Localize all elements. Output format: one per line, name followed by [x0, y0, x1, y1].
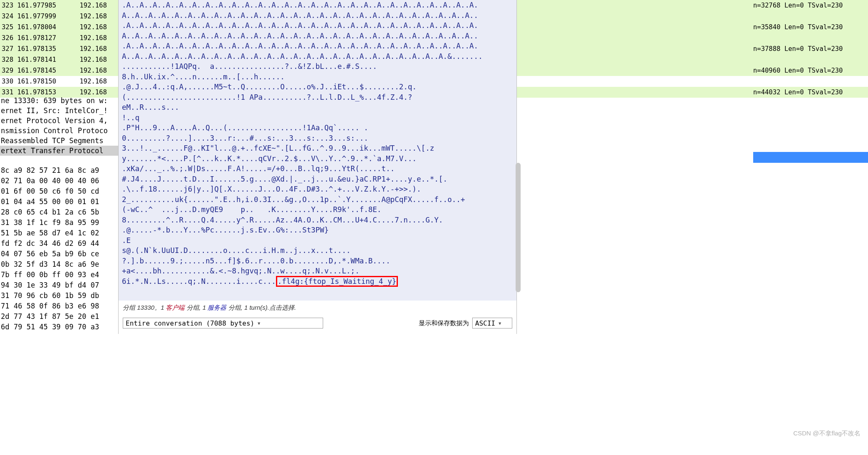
packet-info-right[interactable] — [753, 54, 868, 65]
hex-row[interactable]: 31 38 1f 1c f9 8a 95 99 — [0, 217, 99, 228]
frame-detail-line[interactable]: ernet II, Src: IntelCor_! — [0, 106, 125, 116]
hex-row[interactable]: 2d 77 43 1f 87 5e 20 e1 — [0, 311, 99, 322]
stream-line: .A..A..A..A..A..A..A..A..A..A..A..A..A..… — [122, 20, 512, 31]
hex-row[interactable]: 31 70 96 cb 60 1b 59 db — [0, 291, 99, 301]
hex-row[interactable]: 8c a9 82 57 21 6a 8c a9 — [0, 165, 99, 176]
hex-row[interactable]: 6d 79 51 45 39 09 70 a3 — [0, 322, 99, 332]
stream-line: .A..A..A..A..A..A..A..A..A..A..A..A..A..… — [122, 41, 512, 51]
stream-line: (.........................!1 APa........… — [122, 92, 512, 103]
bottom-controls: Entire conversation (7088 bytes) ▼ 显示和保存… — [119, 315, 516, 331]
frame-detail-line-selected[interactable]: ertext Transfer Protocol — [0, 146, 125, 156]
stream-line: .@.J...4..:q.A,......M5~t..Q........O...… — [122, 82, 512, 92]
stream-content[interactable]: .A..A..A..A..A..A..A..A..A..A..A..A..A..… — [119, 0, 516, 301]
stream-line: A..A..A..A..A..A..A..A..A..A..A..A..A..A… — [122, 51, 512, 62]
stream-line: ...........!1AQPq. a................?..&… — [122, 61, 512, 72]
chevron-down-icon: ▼ — [499, 321, 501, 326]
hex-row[interactable]: 02 71 0a 00 40 00 40 06 — [0, 176, 99, 186]
chevron-down-icon: ▼ — [258, 321, 260, 326]
scrollbar-thumb[interactable] — [516, 163, 521, 292]
watermark: CSDN @不拿flag不改名 — [793, 430, 860, 437]
stream-line: A..A..A..A..A..A..A..A..A..A..A..A..A..A… — [122, 10, 512, 21]
encoding-label: 显示和保存数据为 — [419, 319, 469, 327]
hex-row[interactable]: 94 30 1e 33 49 bf d4 07 — [0, 280, 99, 291]
frame-detail-line[interactable]: nsmission Control Protoco — [0, 126, 125, 136]
packet-info-right[interactable]: n=44032 Len=0 TSval=230 — [753, 87, 868, 98]
hex-row[interactable]: 01 6f 00 50 c6 f0 50 cd — [0, 186, 99, 197]
client-count: 客户端 — [166, 304, 185, 311]
stream-line: 3...!.._......F@..KI"l...@.+..fcXE~".[L.… — [122, 143, 512, 154]
packet-info-right[interactable] — [753, 33, 868, 43]
packet-info-right[interactable]: n=40960 Len=0 TSval=230 — [753, 65, 868, 76]
hex-row[interactable]: 51 5b ae 58 d7 e4 1c 02 — [0, 228, 99, 238]
stream-line: .A..A..A..A..A..A..A..A..A..A..A..A..A..… — [122, 0, 512, 10]
stream-line: .\..f.18......j6|y..]Q[.X......J...O..4F… — [122, 184, 512, 195]
stream-line-flag: 6i.*.N..Ls.....q;.N.......i....c....fl4g… — [122, 276, 512, 287]
frame-detail-line[interactable]: ne 13330: 639 bytes on w: — [0, 96, 125, 106]
stream-line: eM..R....s... — [122, 102, 512, 113]
hex-row[interactable]: 28 c0 65 c4 b1 2a c6 5b — [0, 207, 99, 217]
frame-details-panel: ne 13330: 639 bytes on w: ernet II, Src:… — [0, 96, 125, 156]
packet-info-right[interactable] — [753, 76, 868, 87]
stream-line: #.J4....J.....t.D...I......5.g....@Xd.|.… — [122, 174, 512, 185]
packet-info-right[interactable]: n=37888 Len=0 TSval=230 — [753, 43, 868, 54]
packet-info-right[interactable]: n=35840 Len=0 TSval=230 — [753, 22, 868, 33]
packet-info-right[interactable]: n=32768 Len=0 TSval=230 — [753, 0, 868, 11]
hex-row[interactable]: 0b 32 5f d3 14 8c a6 9e — [0, 259, 99, 270]
selected-row-indicator — [753, 152, 868, 163]
stream-line: 8.........^..R....Q.4.....y^.R.....Az..4… — [122, 215, 512, 225]
frame-detail-line[interactable]: ernet Protocol Version 4, — [0, 116, 125, 126]
stream-line: .E — [122, 235, 512, 246]
stream-line: 2_..........uk{......".E..h,i.0.3I...&g.… — [122, 195, 512, 205]
stream-footer: 分组 13330。1 客户端 分组, 1 服务器 分组, 1 turn(s).点… — [119, 301, 516, 315]
hex-row[interactable]: 71 46 58 0f 86 b3 e6 98 — [0, 301, 99, 311]
stream-line: A..A..A..A..A..A..A..A..A..A..A..A..A..A… — [122, 31, 512, 41]
stream-line: .P"H...9...A....A..Q...(................… — [122, 123, 512, 133]
conversation-selector[interactable]: Entire conversation (7088 bytes) ▼ — [123, 318, 323, 329]
flag-highlight: .fl4g:{ftop_Is_Waiting_4_y} — [276, 276, 398, 287]
server-count: 服务器 — [208, 304, 226, 311]
stream-line: s@.(.N`k.UuUI.D........o....c...i.H.m..j… — [122, 245, 512, 256]
stream-line: +a<....bh...........&.<.~8.hgvq;.N..w...… — [122, 266, 512, 276]
hex-row[interactable]: 01 04 a4 55 00 00 01 01 — [0, 197, 99, 207]
stream-line: !..q — [122, 113, 512, 123]
stream-line: (-wC..^ ...j...D.myQE9 p.. .K........Y..… — [122, 205, 512, 215]
hex-row[interactable]: 04 07 56 eb 5a b9 6b ce — [0, 249, 99, 259]
frame-detail-line[interactable]: Reassembled TCP Segments — [0, 136, 125, 146]
stream-line: 0.........?....]....3...r:...#...s:...3.… — [122, 133, 512, 144]
follow-stream-dialog: .A..A..A..A..A..A..A..A..A..A..A..A..A..… — [118, 0, 517, 334]
hex-row[interactable]: 7b ff 00 0b ff 00 93 e4 — [0, 270, 99, 280]
stream-line: .xKa/..._..%.;.W|Ds.....F.A!.....=/+0...… — [122, 164, 512, 174]
packet-info-right[interactable] — [753, 11, 868, 22]
stream-line: 8.h..Uk.ix.^....n......m..[...h...... — [122, 72, 512, 82]
encoding-selector[interactable]: ASCII ▼ — [472, 318, 512, 329]
hex-row[interactable]: fd f2 dc 34 46 d2 69 44 — [0, 238, 99, 249]
stream-line: .@.....-*.b...Y...%Pc......j.s.Ev..G%:..… — [122, 225, 512, 235]
stream-line: y.......*<....P.[^...k..K.*....qCVr..2.$… — [122, 154, 512, 164]
hex-dump-panel: 8c a9 82 57 21 6a 8c a902 71 0a 00 40 00… — [0, 165, 99, 332]
stream-line: ?.].b......9.;.....n5...f]$.6..r....0.b.… — [122, 256, 512, 266]
